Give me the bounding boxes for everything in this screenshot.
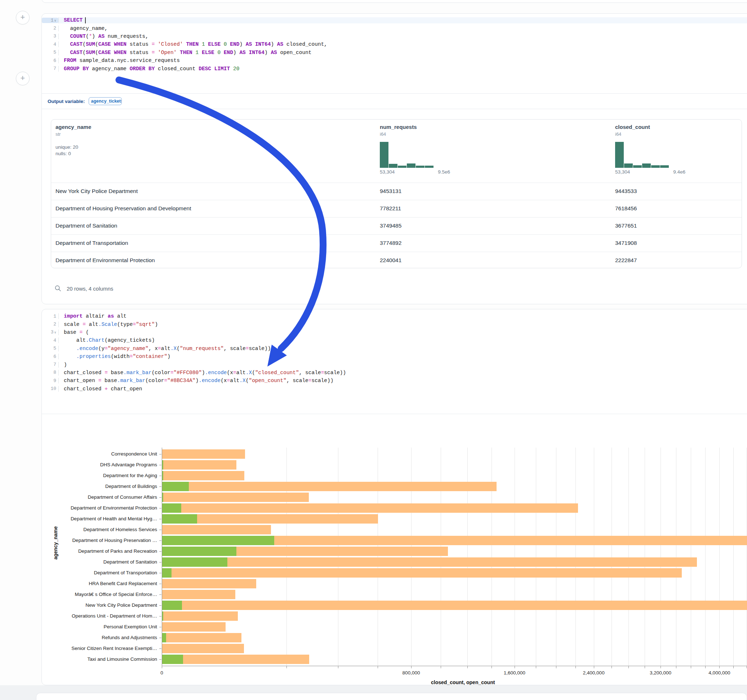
fold-chevron-icon[interactable]: ∨ [54,19,56,23]
table-row[interactable]: Department of Environmental Protection22… [51,252,742,268]
bar-open-count [162,460,163,469]
y-tick [159,486,162,487]
gridline [467,448,468,666]
bar-closed-count [162,482,496,491]
y-tick [159,508,162,508]
gridline [594,448,594,666]
python-line-7[interactable]: 7) [42,361,747,368]
x-tick [705,666,706,668]
gridline [286,448,287,666]
table-cell: Department of Transportation [56,240,128,246]
y-tick [159,476,162,476]
sql-line-2[interactable]: 2 agency_name, [42,24,747,32]
sql-line-3[interactable]: 3 COUNT(*) AS num_requests, [42,32,747,40]
gridline [411,448,411,666]
line-number: 4 [42,338,58,343]
x-tick [719,666,720,668]
code-text: .encode(y="agency_name", x=alt.X("num_re… [58,345,747,352]
altair-chart: Correspondence UnitDHS Advantage Program… [42,411,747,685]
fold-chevron-icon[interactable]: ∨ [54,331,56,335]
column-header-num_requests[interactable]: num_requestsi6453,3049.5e6 [380,124,450,175]
x-tick [691,666,691,668]
y-axis-label: Department of Consumer Affairs [42,494,157,500]
y-axis-label: Taxi and Limousine Commission [42,656,157,662]
python-line-2[interactable]: 2scale = alt.Scale(type="sqrt") [42,320,747,328]
y-axis-label: Mayorâ€ s Office of Special Enforce… [42,591,157,597]
next-cell-edge [36,693,747,700]
column-type: i64 [615,131,685,137]
y-tick [159,605,162,606]
x-tick [594,666,594,668]
y-axis-label: Operations Unit - Department of Hom… [42,613,157,619]
bar-open-count [162,600,182,610]
python-line-3[interactable]: 3∨base = ( [42,328,747,336]
y-tick [159,584,162,584]
line-number: 9 [42,378,58,383]
column-header-closed_count[interactable]: closed_counti6453,3049.4e6 [615,124,685,175]
gridline [491,448,492,666]
column-header-agency_name[interactable]: agency_namestrunique: 20nulls: 0 [56,124,91,156]
bar-open-count [162,536,274,545]
bar-open-count [162,514,197,523]
previous-cell-edge [41,0,747,3]
table-row[interactable]: Department of Housing Preservation and D… [51,200,742,217]
gridline [661,448,661,666]
code-text: CAST(SUM(CASE WHEN status = 'Open' THEN … [58,50,747,56]
python-line-9[interactable]: 9chart_open = base.mark_bar(color="#8BC3… [42,377,747,385]
gridline [691,448,691,666]
x-tick [536,666,536,668]
y-axis-label: Department of Homeless Services [42,527,157,532]
sql-line-6[interactable]: 6FROM sample_data.nyc.service_requests [42,57,747,65]
python-code-editor[interactable]: 1import altair as alt2scale = alt.Scale(… [42,309,747,414]
table-row[interactable]: New York City Police Department945313194… [51,183,742,200]
notebook-page: + + 1∨SELECT2 agency_name,3 COUNT(*) AS … [0,0,747,700]
bar-open-count [162,557,227,567]
python-line-1[interactable]: 1import altair as alt [42,312,747,320]
line-number: 1 [42,314,58,319]
gridline [556,448,556,666]
line-number: 7 [42,66,58,71]
python-line-8[interactable]: 8chart_closed = base.mark_bar(color="#FF… [42,369,747,377]
bar-open-count [162,568,171,578]
x-tick [628,666,629,668]
table-row-count: 20 rows, 4 columns [67,285,113,292]
output-variable-label: Output variable: [48,99,85,104]
y-tick [159,627,162,627]
code-text: base = ( [58,329,747,335]
x-axis-label: 800,000 [402,670,420,676]
python-line-4[interactable]: 4 alt.Chart(agency_tickets) [42,336,747,344]
python-line-6[interactable]: 6 .properties(width="container") [42,353,747,361]
y-axis-label: Department of Transportation [42,570,157,575]
gridline [719,448,720,666]
bar-closed-count [162,633,242,643]
python-line-10[interactable]: 10chart_closed + chart_open [42,385,747,393]
sql-code-editor[interactable]: 1∨SELECT2 agency_name,3 COUNT(*) AS num_… [42,14,747,96]
hist-min-label: 53,304 [615,169,630,175]
bar-open-count [162,471,163,480]
table-row[interactable]: Department of Transportation377489234719… [51,234,742,252]
column-type: i64 [380,131,450,137]
output-variable-pill[interactable]: agency_tickets [89,97,122,105]
sql-line-1[interactable]: 1∨SELECT [42,16,747,24]
table-body: New York City Police Department945313194… [51,183,742,268]
y-tick [159,659,162,660]
sql-line-5[interactable]: 5 CAST(SUM(CASE WHEN status = 'Open' THE… [42,48,747,57]
search-icon[interactable] [54,285,62,292]
line-number: 8 [42,370,58,375]
sql-line-7[interactable]: 7GROUP BY agency_name ORDER BY closed_co… [42,65,747,72]
add-cell-button-top[interactable]: + [16,11,30,24]
bar-closed-count [162,600,747,610]
table-cell: Department of Housing Preservation and D… [56,205,191,212]
gridline [645,448,645,666]
sql-line-4[interactable]: 4 CAST(SUM(CASE WHEN status = 'Closed' T… [42,40,747,48]
bar-closed-count [162,644,244,653]
table-row[interactable]: Department of Sanitation37494853677651 [51,217,742,234]
y-axis-label: Department of Parks and Recreation [42,548,157,554]
code-text: ) [58,362,747,368]
column-name: agency_name [56,124,91,130]
python-line-5[interactable]: 5 .encode(y="agency_name", x=alt.X("num_… [42,345,747,353]
bar-closed-count [162,450,245,459]
table-cell: 3749485 [380,223,401,229]
add-cell-button-middle[interactable]: + [16,72,30,85]
y-axis-label: HRA Benefit Card Replacement [42,581,157,586]
